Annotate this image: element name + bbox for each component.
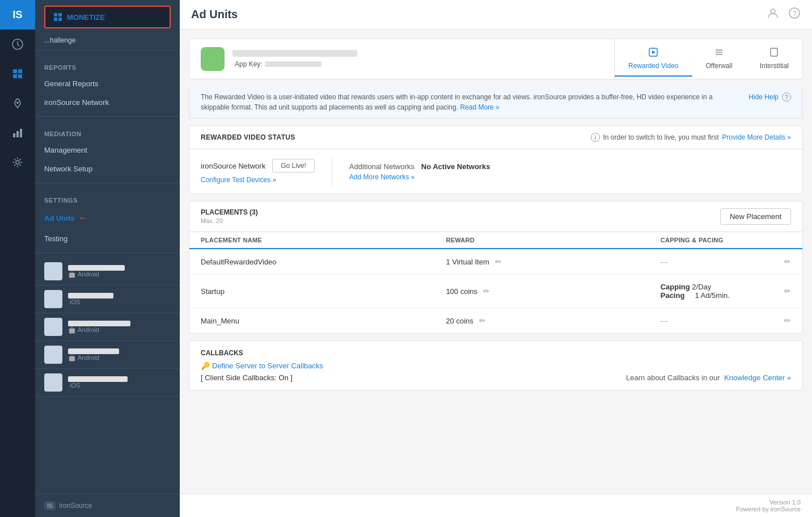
go-live-button[interactable]: Go Live! [272,159,315,173]
tab-rewarded-video[interactable]: Rewarded Video [615,41,692,77]
svg-point-9 [16,161,19,164]
powered-text: Powered by ironSource [736,506,801,512]
define-callbacks-anchor[interactable]: Define Server to Server Callbacks [212,362,323,370]
knowledge-text: Learn about Callbacks in our [626,373,720,382]
new-placement-button[interactable]: New Placement [720,208,791,225]
col-placement-name: PLACEMENT NAME [189,232,434,249]
sidebar-item-ironsource-network[interactable]: ironSource Network [35,93,180,112]
edit-reward-icon[interactable]: ✏ [483,287,490,296]
capping-cell: --- ✏ [649,249,802,275]
knowledge-center-row: Learn about Callbacks in our Knowledge C… [626,373,791,382]
pacing-value: 1 Ad/5min. [695,291,729,300]
user-icon[interactable] [767,7,779,22]
tab-bar: Rewarded Video Offerwall Interstitial [615,41,802,77]
reward-value: 100 coins [446,287,477,296]
knowledge-center-link[interactable]: Knowledge Center » [724,373,791,382]
capping-dashes: --- [661,258,668,266]
reward-cell: 20 coins ✏ [434,308,649,334]
svg-rect-3 [13,74,17,78]
placement-name-cell: Main_Menu [189,308,434,334]
app-platform: iOS [68,299,113,305]
sidebar-item-testing[interactable]: Testing [35,229,180,248]
edit-capping-icon[interactable]: ✏ [784,287,791,296]
app-key-label: App Key: [235,60,263,68]
app-platform: 🤖 Android [68,271,125,278]
svg-text:?: ? [793,10,797,18]
sidebar-app-item[interactable]: 🤖 Android [35,341,180,369]
android-icon: 🤖 [68,271,76,278]
sidebar-app-item[interactable]: 🤖 Android [35,258,180,285]
hide-help-link[interactable]: Hide Help [748,92,779,102]
additional-label: Additional Networks [349,162,415,171]
edit-reward-icon[interactable]: ✏ [495,257,502,266]
define-callbacks-link[interactable]: 🔑 Define Server to Server Callbacks [201,362,791,370]
app-thumbnail [44,318,62,336]
placements-subtitle: Max. 20 [201,217,258,224]
sidebar-app-item[interactable]: 🤖 Android [35,313,180,341]
read-more-link[interactable]: Read More » [460,103,499,111]
help-icon[interactable]: ? [788,7,801,22]
placements-thead: PLACEMENT NAME REWARD CAPPING & PACING [189,232,802,249]
capping-label: Capping [661,283,692,291]
tab-interstitial-label: Interstitial [760,62,789,70]
help-circle-icon[interactable]: ? [782,93,791,102]
sidebar-app-item[interactable]: iOS [35,369,180,397]
tab-interstitial[interactable]: Interstitial [746,41,802,77]
play-icon [648,47,658,60]
svg-marker-18 [652,51,655,54]
sidebar-item-network-setup[interactable]: Network Setup [35,159,180,178]
edit-capping-icon[interactable]: ✏ [784,316,791,325]
capping-dashes: --- [661,317,668,325]
callbacks-title: CALLBACKS [201,349,791,357]
info-text: In order to switch to live, you must fir… [603,133,719,141]
sidebar-item-general-reports[interactable]: General Reports [35,74,180,93]
sidebar: MONETIZE ...hallenge REPORTS General Rep… [35,0,180,517]
svg-rect-11 [58,13,62,16]
col-reward: REWARD [434,232,649,249]
app-header-card: App Key: Rewarded Video [189,39,803,79]
app-platform: 🤖 Android [68,354,119,362]
analytics-icon[interactable] [0,118,35,148]
placements-header: PLACEMENTS (3) Max. 20 New Placement [189,201,802,232]
network-name: ironSource Network [201,162,265,170]
placement-name-cell: Startup [189,275,434,308]
mediation-section-label: MEDIATION [35,121,180,141]
edit-reward-icon[interactable]: ✏ [479,316,486,325]
table-row: Main_Menu 20 coins ✏ --- ✏ [189,308,802,334]
edit-capping-icon[interactable]: ✏ [784,257,791,266]
sidebar-app-item[interactable]: iOS [35,285,180,313]
ironsource-network-col: ironSource Network Go Live! Configure Te… [201,159,315,184]
sidebar-item-ad-units[interactable]: Ad Units ← [35,207,180,229]
logo: IS [0,0,35,30]
capping-cell: --- ✏ [649,308,802,334]
settings-icon[interactable] [0,148,35,177]
add-more-networks-link[interactable]: Add More Networks » [349,173,490,181]
android-icon: 🤖 [68,326,76,334]
app-info: iOS [68,376,128,389]
app-info: 🤖 Android [68,265,125,278]
rocket-icon[interactable] [0,89,35,118]
configure-test-link[interactable]: Configure Test Devices » [201,176,315,184]
svg-rect-10 [54,13,57,16]
dashboard-icon[interactable] [0,30,35,59]
placements-tbody: DefaultRewardedVideo 1 Virtual Item ✏ --… [189,249,802,333]
status-info-icon[interactable]: i [591,133,600,142]
svg-rect-4 [18,74,22,78]
status-section-header: REWARDED VIDEO STATUS i In order to swit… [189,126,802,149]
status-title: REWARDED VIDEO STATUS [201,133,295,141]
offerwall-icon [714,47,724,60]
rewarded-video-status-card: REWARDED VIDEO STATUS i In order to swit… [189,125,803,194]
additional-networks-col: Additional Networks No Active Networks A… [349,162,490,181]
app-header-left: App Key: [189,39,615,79]
app-thumbnail [44,290,62,308]
app-icon [201,47,225,71]
capping-row: Capping 2/Day [661,283,730,291]
provide-details-link[interactable]: Provide More Details » [722,133,791,141]
capping-cell: Capping 2/Day Pacing 1 Ad/5min. [649,275,802,308]
monetize-nav-item[interactable]: MONETIZE [44,6,171,28]
monetize-icon[interactable] [0,59,35,89]
detail-panel: App Key: Rewarded Video [180,30,812,494]
tab-offerwall[interactable]: Offerwall [692,41,746,77]
sidebar-item-management[interactable]: Management [35,141,180,159]
client-side-text: [ Client Side Callbacks: On ] [201,373,293,382]
